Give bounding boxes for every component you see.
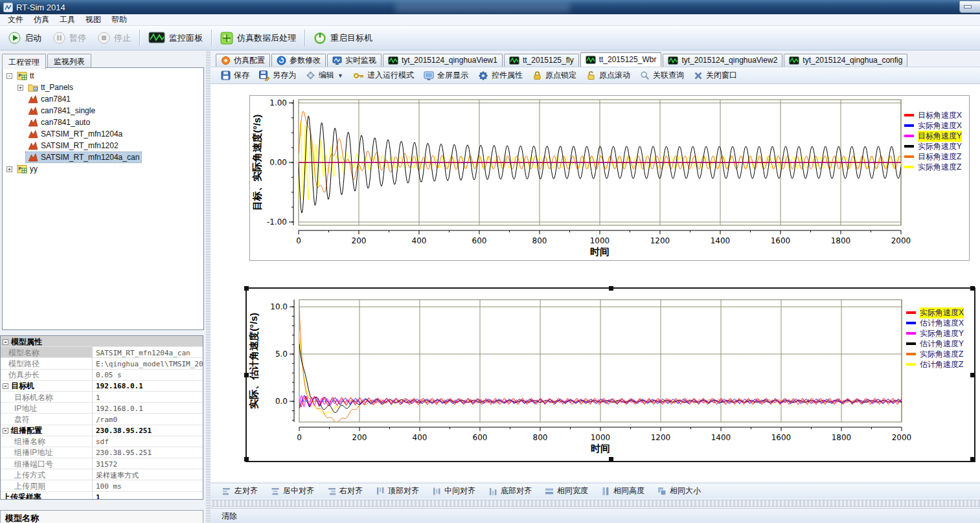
align-button-6[interactable]: 相同宽度: [541, 484, 592, 498]
align-button-3[interactable]: 顶部对齐: [372, 484, 423, 498]
chart-target-actual-rate[interactable]: 1.000.00-1.00020040060080010001200140016…: [249, 95, 970, 261]
selection-handle-5[interactable]: [244, 457, 249, 462]
chart-actual-estimated-rate[interactable]: 10.05.00.0020040060080010001200140016001…: [245, 287, 975, 462]
toolbar-button-1[interactable]: 暂停: [47, 29, 92, 47]
property-row-12[interactable]: 上传方式采样速率方式: [1, 469, 203, 480]
view-toolbar-button-0[interactable]: 保存: [217, 68, 253, 83]
align-button-8[interactable]: 相同大小: [654, 484, 705, 498]
view-toolbar-button-3[interactable]: 进入运行模式: [349, 68, 418, 83]
tree-item-3[interactable]: can7841_single: [3, 105, 203, 117]
tree-item-7[interactable]: SATSIM_RT_mfn1204a_can: [3, 151, 203, 163]
property-row-1[interactable]: 模型名称SATSIM_RT_mfn1204a_can: [1, 347, 203, 358]
property-row-13[interactable]: 上传周期100 ms: [1, 480, 203, 491]
legend-item-4[interactable]: 实际角速度Z: [906, 349, 964, 359]
tree-item-2[interactable]: can7841: [3, 93, 203, 105]
document-tab-3[interactable]: tyt_2015124_qinghuaView1: [383, 54, 503, 67]
property-row-5[interactable]: 目标机名称1: [1, 392, 203, 403]
document-tab-5[interactable]: tt_2015125_Wbr: [580, 52, 662, 67]
toolbar-button-4[interactable]: 仿真数据后处理: [214, 29, 302, 47]
legend-item-0[interactable]: 实际角速度X: [906, 307, 964, 318]
view-toolbar-button-9[interactable]: 关闭窗口: [690, 68, 741, 83]
toolbar-button-5[interactable]: 重启目标机: [308, 29, 378, 47]
legend-swatch: [904, 114, 914, 117]
background-window-hint: [395, 1, 570, 13]
align-button-4[interactable]: 中间对齐: [428, 484, 479, 498]
selection-handle-3[interactable]: [244, 373, 249, 377]
align-button-1[interactable]: 居中对齐: [267, 484, 318, 498]
legend-item-3[interactable]: 估计角速度Y: [906, 339, 964, 349]
legend-item-2[interactable]: 目标角速度Y: [904, 131, 962, 141]
tree-item-6[interactable]: SATSIM_RT_mfn1202: [3, 140, 203, 151]
minimize-button[interactable]: [959, 1, 980, 13]
legend-item-0[interactable]: 目标角速度X: [904, 110, 962, 120]
property-row-10[interactable]: 组播IP地址230.38.95.251: [1, 447, 203, 458]
align-button-7[interactable]: 相同高度: [597, 484, 648, 498]
property-row-3[interactable]: 仿真步长0.05 s: [1, 370, 203, 381]
menu-item-3[interactable]: 视图: [80, 14, 106, 26]
property-row-0[interactable]: -模型属性: [1, 336, 203, 347]
align-button-5[interactable]: 底部对齐: [484, 484, 536, 498]
menu-item-4[interactable]: 帮助: [106, 14, 132, 26]
document-tab-2[interactable]: 实时监视: [327, 54, 382, 67]
view-toolbar-button-7[interactable]: 原点滚动: [582, 68, 634, 83]
selection-handle-1[interactable]: [609, 286, 613, 291]
view-toolbar-button-1[interactable]: 另存为: [255, 68, 300, 83]
selection-handle-4[interactable]: [970, 373, 975, 377]
document-tab-6[interactable]: tyt_2015124_qinghuaView2: [663, 54, 782, 67]
tree-item-4[interactable]: can7841_auto: [3, 117, 203, 128]
property-row-11[interactable]: 组播端口号31572: [1, 458, 203, 469]
document-tab-4[interactable]: tt_2015125_fly: [504, 54, 579, 67]
selection-handle-2[interactable]: [970, 286, 975, 291]
collapse-icon[interactable]: -: [3, 428, 8, 434]
collapse-icon[interactable]: -: [3, 339, 8, 345]
menu-item-1[interactable]: 仿真: [28, 14, 54, 26]
tree-item-label: can7841_auto: [41, 118, 90, 127]
selection-handle-6[interactable]: [609, 457, 613, 462]
selection-handle-0[interactable]: [244, 286, 249, 291]
view-toolbar-button-2[interactable]: 编辑▼: [302, 68, 347, 83]
expand-icon[interactable]: +: [6, 166, 12, 172]
legend-item-5[interactable]: 实际角速度Z: [904, 162, 962, 172]
property-row-6[interactable]: IP地址192.168.0.1: [1, 403, 203, 414]
collapse-icon[interactable]: -: [6, 73, 12, 79]
property-row-2[interactable]: 模型路径E:\qinghua_model\TMSIM_2015: [1, 358, 203, 369]
menu-item-2[interactable]: 工具: [54, 14, 80, 26]
property-value: SATSIM_RT_mfn1204a_can: [93, 347, 203, 357]
clear-button[interactable]: 清除: [218, 509, 241, 523]
legend-item-4[interactable]: 目标角速度Z: [904, 151, 962, 162]
menu-item-0[interactable]: 文件: [3, 14, 28, 26]
legend-item-3[interactable]: 实际角速度Y: [904, 141, 962, 151]
tree-item-1[interactable]: +tt_Panels: [3, 82, 203, 93]
property-row-4[interactable]: -目标机192.168.0.1: [1, 381, 203, 392]
legend-item-5[interactable]: 估计角速度Z: [906, 359, 964, 370]
view-toolbar-button-8[interactable]: 关联查询: [636, 68, 688, 83]
selection-handle-7[interactable]: [970, 457, 975, 462]
property-row-9[interactable]: 组播名称sdf: [1, 436, 203, 447]
legend-item-1[interactable]: 估计角速度X: [906, 318, 964, 328]
tree-item-8[interactable]: +Pyy: [3, 163, 203, 175]
view-toolbar-button-6[interactable]: 原点锁定: [529, 68, 580, 83]
tree-item-0[interactable]: -Ptt: [3, 70, 203, 82]
property-row-7[interactable]: 盘符/ram0: [1, 414, 203, 425]
view-toolbar-button-5[interactable]: 控件属性: [474, 68, 527, 83]
expand-icon[interactable]: +: [17, 85, 23, 91]
legend-item-1[interactable]: 实际角速度X: [904, 120, 962, 131]
align-button-2[interactable]: 右对齐: [323, 484, 367, 498]
align-button-0[interactable]: 左对齐: [218, 484, 262, 498]
document-tab-7[interactable]: tyt_2015124_qinghua_config: [784, 54, 907, 67]
document-tab-0[interactable]: 仿真配置: [216, 54, 270, 67]
view-toolbar-button-4[interactable]: 全屏显示: [420, 68, 472, 83]
property-row-8[interactable]: -组播配置230.38.95.251: [1, 425, 203, 436]
align-button-label: 相同宽度: [557, 485, 588, 496]
collapse-icon[interactable]: -: [3, 383, 8, 389]
toolbar-button-3[interactable]: 监控面板: [142, 29, 209, 47]
toolbar-button-0[interactable]: 启动: [3, 29, 47, 47]
panel-splitter[interactable]: [206, 50, 211, 523]
legend-item-2[interactable]: 实际角速度Y: [906, 328, 964, 339]
sidebar-tab-0[interactable]: 工程管理: [2, 54, 46, 69]
horizontal-splitter[interactable]: [211, 500, 980, 507]
toolbar-button-2[interactable]: 停止: [92, 29, 137, 47]
document-tab-1[interactable]: 参数修改: [271, 54, 326, 67]
property-row-14[interactable]: 上传采样率1: [1, 492, 203, 500]
tree-item-5[interactable]: SATSIM_RT_mfn1204a: [3, 128, 203, 140]
